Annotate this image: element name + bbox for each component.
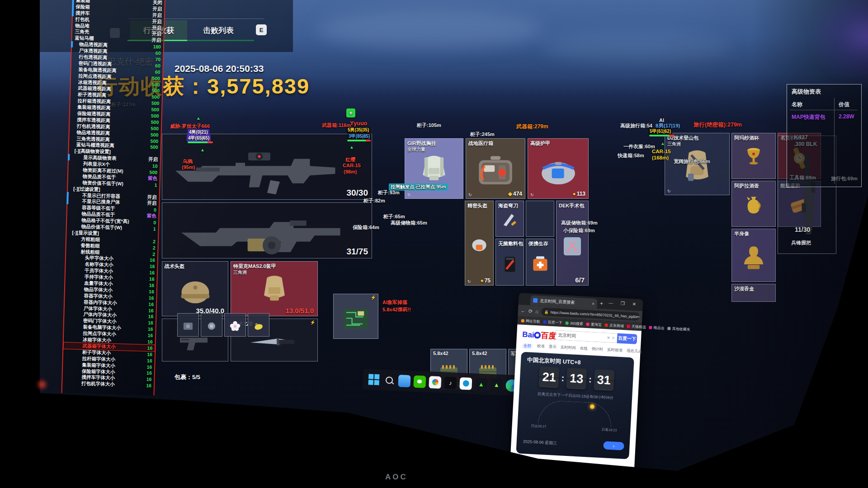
- cheat-row-value: 10: [152, 163, 158, 169]
- baidu-logo-cn: 百度: [541, 331, 557, 341]
- esp-label: CAR-15: [652, 149, 671, 154]
- loot-tile[interactable]: [201, 313, 222, 337]
- loot-tile[interactable]: ⚡: [333, 294, 378, 339]
- direction-arrow-icon: ▲: [196, 116, 201, 121]
- camera-icon[interactable]: ⌾: [612, 335, 614, 340]
- browser-window[interactable]: 北京时间_百度搜索 × + — ❐ ✕ ← ⟳ ⌂ 🔒 https://www.…: [510, 293, 643, 467]
- new-tab-button[interactable]: +: [600, 300, 604, 306]
- qq-icon[interactable]: [459, 377, 472, 389]
- tile-corner-icon: ↻: [407, 192, 411, 197]
- cheat-row-value: 2: [152, 251, 155, 257]
- loot-tile[interactable]: 战术头盔35.0/40.0: [162, 261, 228, 316]
- baidu-search-button[interactable]: 百度一下: [617, 333, 637, 344]
- cheat-row-value: 500: [151, 119, 159, 125]
- home-button[interactable]: ⌂: [535, 309, 538, 314]
- filter-link[interactable]: 校准: [537, 343, 545, 350]
- loot-tile[interactable]: 阿玛纱酒杯: [731, 133, 776, 179]
- loot-tile[interactable]: 高级护甲●113↻: [528, 138, 589, 199]
- loot-tile[interactable]: DEK手术包6/7: [556, 201, 589, 286]
- folder-icon[interactable]: [398, 375, 410, 387]
- bust-icon: [739, 239, 769, 277]
- direction-arrow-icon: ▲: [349, 145, 354, 150]
- search-icon[interactable]: [382, 374, 395, 386]
- loot-tile[interactable]: 战地医疗箱◆474↻: [466, 138, 525, 199]
- esp-label: 5甲(61|62): [648, 128, 672, 135]
- loot-tile[interactable]: 无菌敷料包: [495, 239, 524, 286]
- tile-label: 无菌敷料包: [498, 240, 523, 247]
- loot-tile[interactable]: 阿萨拉酒壶: [731, 181, 776, 227]
- filter-link[interactable]: 实时校准: [607, 347, 623, 354]
- esp-label: 一件衣服:60m: [623, 143, 655, 150]
- cheat-row-value: 16: [146, 383, 151, 388]
- pitcher-icon: [741, 191, 767, 221]
- esp-label: 3甲(85|85): [347, 133, 371, 140]
- loot-tile[interactable]: [224, 313, 246, 337]
- esp-label: 兵锋握把: [791, 239, 811, 246]
- tab-kill-list[interactable]: 击败列表: [189, 20, 248, 40]
- back-button[interactable]: ←: [521, 308, 526, 314]
- bookmark-item[interactable]: 京东商城: [605, 323, 624, 328]
- cheat-row-label: 三角壳: [75, 29, 90, 36]
- backpack-icon: [676, 145, 718, 190]
- bookmark-item[interactable]: 唯品会: [649, 325, 665, 331]
- lemon-icon: [250, 319, 267, 333]
- search-input[interactable]: 北京时间 ✕ ⌾: [555, 330, 618, 343]
- clock-digit-card: 21: [538, 366, 559, 388]
- tile-label: 5.8x42: [472, 351, 487, 356]
- loot-tile[interactable]: 沙漠香盒: [731, 284, 776, 302]
- bookmark-item[interactable]: 360搜索: [565, 320, 583, 326]
- bookmark-item[interactable]: 爱淘宝: [586, 321, 602, 327]
- loot-tile[interactable]: 半身像: [731, 229, 776, 282]
- cheat-row-value: 开启: [151, 37, 161, 44]
- cheat-menu[interactable]: 集装箱关闭保险箱开启搅拌车开启打包机开启物品堆开启三角壳开启蓝钻马棚开启物品透视…: [61, 0, 165, 395]
- card-title: 中国北京时间 UTC+8: [527, 356, 581, 366]
- loot-tile[interactable]: 31/75: [162, 202, 372, 258]
- loot-tile[interactable]: [177, 313, 199, 337]
- cheat-row-value: 关闭: [153, 0, 162, 6]
- price-panel-divider: [834, 98, 835, 184]
- bookmark-item[interactable]: 网址导航: [521, 318, 541, 324]
- esp-label: CAR-15: [343, 163, 361, 168]
- loot-tile[interactable]: [526, 201, 554, 237]
- photos-icon[interactable]: [429, 376, 441, 389]
- filter-link[interactable]: 实时时间: [560, 345, 576, 352]
- tiktok-icon[interactable]: ♪: [444, 376, 457, 389]
- bookmark-item[interactable]: 天猫精选: [627, 324, 646, 329]
- loot-tile[interactable]: 特里克MAS2.0装甲三角洲13.0/51.0: [231, 261, 318, 316]
- boost2-icon[interactable]: ▲: [490, 378, 503, 391]
- loot-tile[interactable]: 精密头盔●75↻: [465, 201, 494, 286]
- esp-label: 旅行(绝密箱):279m: [693, 121, 742, 129]
- bookmark-item[interactable]: 百度一下: [543, 319, 562, 325]
- loot-tile[interactable]: 海盗弯刀: [495, 201, 524, 237]
- tile-sublabel: 全球力量: [407, 146, 425, 153]
- esp-label: 高级储物箱:65m: [391, 220, 427, 226]
- loot-tile[interactable]: 便携生存: [526, 239, 554, 286]
- esp-label: 快递箱:58m: [618, 152, 644, 159]
- window-controls[interactable]: — ❐ ✕: [609, 300, 639, 307]
- esp-label: 红缨: [345, 156, 355, 163]
- boost-icon[interactable]: ▲: [475, 378, 487, 390]
- cheat-row-value: 16: [149, 295, 154, 300]
- cheat-row-value: 500: [151, 138, 159, 143]
- bookmark-item[interactable]: 其他收藏夹: [667, 326, 690, 332]
- filter-link[interactable]: 倒计时: [591, 347, 603, 353]
- filter-link[interactable]: 全部: [521, 343, 533, 349]
- cheat-row-value: 500: [151, 126, 159, 131]
- cheat-row-value: 1: [154, 182, 157, 188]
- filter-link[interactable]: 在线: [580, 346, 588, 352]
- card-action-button[interactable]: ›: [603, 441, 624, 450]
- filter-link[interactable]: 显示: [548, 344, 557, 351]
- wechat-icon[interactable]: [413, 375, 426, 388]
- reload-button[interactable]: ⟳: [528, 308, 533, 314]
- start-icon[interactable]: [367, 373, 380, 386]
- filter-link[interactable]: 现在几点: [627, 348, 642, 356]
- tile-label: 阿玛纱酒杯: [734, 135, 759, 141]
- tab-close-icon[interactable]: ×: [592, 301, 594, 306]
- loot-tile[interactable]: [248, 313, 269, 337]
- tile-sublabel: 三角洲: [667, 141, 681, 147]
- cheat-row-value: 16: [148, 314, 153, 319]
- cheat-row-value: 500: [151, 132, 159, 137]
- clear-icon[interactable]: ✕: [607, 335, 610, 340]
- cheat-row-value: 0: [153, 220, 156, 225]
- cheat-row-label: 打包机字体大小: [81, 380, 115, 388]
